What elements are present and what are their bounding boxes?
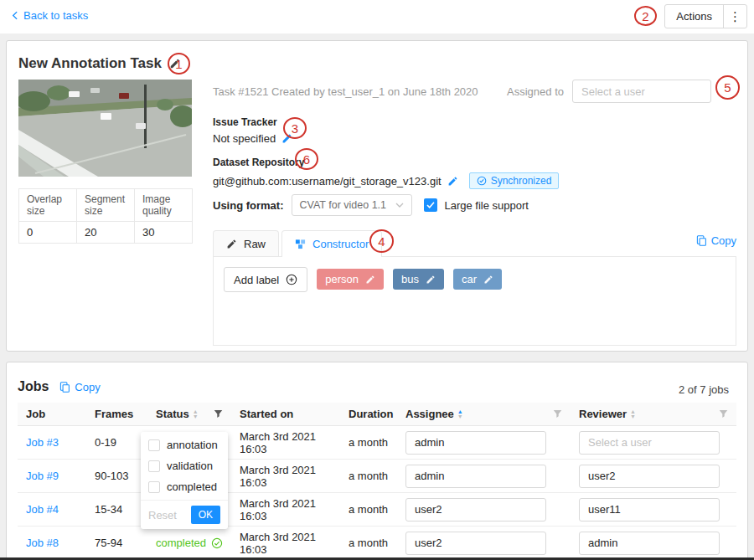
checkbox-completed[interactable] (148, 481, 160, 493)
filter-option-validation[interactable]: validation (141, 455, 228, 476)
filter-option-completed[interactable]: completed (141, 476, 228, 497)
job-frames: 15-34 (86, 503, 147, 516)
filter-option-annotation[interactable]: annotation (141, 434, 228, 455)
road-scene-image (18, 80, 192, 177)
assignee-input[interactable] (405, 465, 546, 488)
label-chip-car-name: car (462, 273, 477, 285)
checkbox-annotation[interactable] (148, 439, 160, 451)
label-chip-person-name: person (325, 273, 359, 285)
job-started-on: March 3rd 2021 16:03 (231, 497, 340, 522)
copy-labels-button[interactable]: Copy (696, 234, 736, 247)
check-icon (426, 202, 435, 208)
check-circle-icon (211, 537, 223, 549)
assigned-to-row: Assigned to (507, 80, 711, 103)
job-started-on: March 3rd 2021 16:03 (231, 464, 340, 489)
jobs-card: Jobs Copy 2 of 7 jobs Job Frames Status … (6, 362, 748, 560)
dataset-repository-label: Dataset Repository (213, 157, 559, 168)
edit-label-person-icon[interactable] (365, 275, 375, 285)
reviewer-input[interactable] (579, 431, 720, 455)
job-link[interactable]: Job #3 (26, 436, 59, 449)
column-reviewer-label: Reviewer (579, 408, 627, 420)
assignee-input[interactable] (405, 498, 546, 521)
job-duration: a month (340, 470, 397, 482)
column-frames-label: Frames (95, 408, 133, 420)
repository-url: git@github.com:username/git_storage_v123… (213, 175, 442, 188)
annotation-mark-3: 3 (283, 117, 307, 139)
status-filter-dropdown: annotation validation completed Reset OK (141, 432, 228, 529)
assigned-to-label: Assigned to (507, 85, 564, 98)
pencil-icon (226, 239, 237, 249)
job-link[interactable]: Job #9 (26, 470, 59, 482)
checkbox-validation[interactable] (148, 460, 160, 472)
task-assignee-select[interactable] (572, 80, 711, 103)
copy-icon (59, 382, 70, 393)
copy-jobs-button[interactable]: Copy (59, 381, 100, 393)
format-selected-value: CVAT for video 1.1 (300, 199, 387, 211)
column-started-label: Started on (240, 408, 293, 420)
label-chip-bus[interactable]: bus (393, 269, 444, 290)
annotation-mark-2: 2 (634, 6, 657, 26)
assignee-input[interactable] (405, 532, 546, 555)
tab-constructor-label: Constructor (312, 238, 369, 250)
job-duration: a month (340, 537, 397, 549)
back-to-tasks-link[interactable]: Back to tasks (12, 9, 88, 22)
chevron-down-icon (395, 203, 404, 208)
column-assignee-label: Assignee (405, 408, 454, 420)
filter-icon-reviewer[interactable] (719, 409, 728, 419)
reviewer-input[interactable] (579, 532, 720, 555)
annotation-mark-4: 4 (369, 229, 394, 253)
sort-icon-reviewer[interactable]: ▲▼ (630, 409, 636, 419)
job-row-4: Job #4 15-34 March 3rd 2021 16:03 a mont… (18, 493, 736, 527)
export-format-row: Using format: CVAT for video 1.1 Large f… (213, 194, 529, 216)
column-reviewer[interactable]: Reviewer ▲▼ (571, 408, 736, 420)
column-frames: Frames (86, 408, 147, 420)
job-link[interactable]: Job #4 (26, 503, 59, 516)
param-header-overlap: Overlap size (19, 189, 77, 222)
plus-circle-icon (286, 274, 297, 285)
filter-icon-assignee[interactable] (553, 409, 562, 419)
annotation-mark-5: 5 (715, 75, 740, 100)
reviewer-input[interactable] (579, 498, 720, 521)
filter-reset-button[interactable]: Reset (148, 509, 177, 521)
large-file-checkbox[interactable] (424, 198, 437, 212)
tab-constructor[interactable]: Constructor (281, 230, 382, 256)
job-frames: 75-94 (86, 537, 147, 549)
edit-repository-icon[interactable] (447, 176, 458, 187)
task-title-row: New Annotation Task (18, 55, 181, 72)
format-select[interactable]: CVAT for video 1.1 (292, 194, 412, 216)
job-link[interactable]: Job #8 (26, 537, 59, 549)
actions-button[interactable]: Actions ⋮ (664, 4, 747, 28)
column-duration: Duration (340, 408, 397, 420)
more-menu-icon[interactable]: ⋮ (724, 5, 746, 28)
column-assignee[interactable]: Assignee ▲▼ (397, 408, 571, 420)
param-value-segment: 20 (77, 222, 135, 244)
check-circle-icon (477, 176, 487, 186)
annotation-mark-6: 6 (295, 148, 318, 170)
large-file-label: Large file support (445, 199, 529, 212)
filter-icon-status[interactable] (214, 409, 223, 419)
job-duration: a month (340, 436, 397, 449)
assignee-input[interactable] (405, 431, 546, 455)
sort-icon-assignee[interactable]: ▲▼ (457, 409, 463, 419)
label-chip-person[interactable]: person (317, 269, 384, 290)
copy-labels-label: Copy (711, 234, 736, 247)
column-status-label: Status (156, 408, 189, 420)
sync-status-badge: Synchronized (469, 172, 560, 189)
sort-icon-status[interactable]: ▲▼ (193, 409, 199, 419)
issue-tracker-value: Not specified (213, 132, 276, 145)
job-row-3: Job #3 0-19 March 3rd 2021 16:03 a month (18, 426, 736, 460)
edit-label-bus-icon[interactable] (426, 275, 436, 285)
add-label-button[interactable]: Add label (224, 267, 307, 292)
label-chip-car[interactable]: car (453, 269, 502, 290)
annotation-mark-1: 1 (168, 53, 190, 74)
edit-label-car-icon[interactable] (483, 275, 493, 285)
filter-ok-button[interactable]: OK (191, 506, 220, 524)
job-frames: 0-19 (86, 436, 147, 449)
tab-raw[interactable]: Raw (213, 230, 279, 256)
filter-option-annotation-label: annotation (167, 439, 218, 451)
jobs-table: Job Frames Status ▲▼ Started on Duration… (18, 403, 736, 560)
column-started-on: Started on (231, 408, 340, 420)
column-status[interactable]: Status ▲▼ (147, 408, 231, 420)
reviewer-input[interactable] (579, 465, 720, 488)
jobs-title: Jobs (18, 379, 49, 394)
